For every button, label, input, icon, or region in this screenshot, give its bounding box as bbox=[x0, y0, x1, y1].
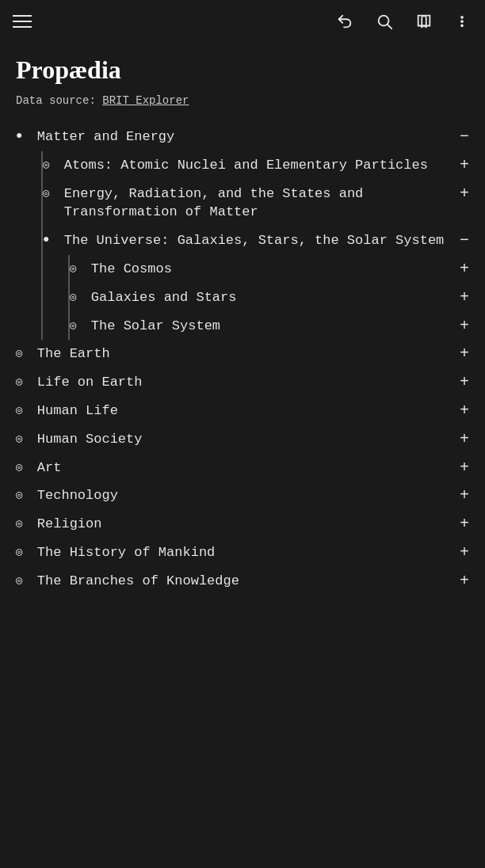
header-right bbox=[333, 10, 472, 33]
tree-item-technology: ◎ Technology + bbox=[16, 482, 469, 510]
back-icon bbox=[336, 13, 353, 30]
bullet-energy-radiation: ◎ bbox=[43, 186, 56, 200]
tree-item-atoms: ◎ Atoms: Atomic Nuclei and Elementary Pa… bbox=[43, 151, 469, 180]
back-button[interactable] bbox=[333, 10, 357, 33]
data-source-label: Data source: bbox=[16, 94, 96, 107]
tree: ● Matter and Energy − ◎ Atoms: Atomic Nu… bbox=[16, 123, 469, 596]
tree-row-history-mankind[interactable]: ◎ The History of Mankind + bbox=[16, 539, 469, 567]
toggle-matter-energy[interactable]: − bbox=[460, 129, 469, 145]
tree-row-human-life[interactable]: ◎ Human Life + bbox=[16, 397, 469, 425]
page-title: Propædia bbox=[16, 55, 469, 85]
bullet-galaxies-stars: ◎ bbox=[70, 290, 83, 303]
more-icon bbox=[455, 14, 469, 29]
tree-item-solar-system: ◎ The Solar System + bbox=[70, 312, 469, 341]
svg-point-2 bbox=[461, 17, 463, 18]
bullet-religion: ◎ bbox=[16, 516, 29, 530]
toggle-technology[interactable]: + bbox=[460, 488, 469, 504]
bullet-history-mankind: ◎ bbox=[16, 545, 29, 558]
toggle-energy-radiation[interactable]: + bbox=[460, 186, 469, 202]
toggle-solar-system[interactable]: + bbox=[460, 318, 469, 334]
subtree-universe: ◎ The Cosmos + ◎ Galaxie bbox=[68, 255, 469, 340]
label-technology: Technology bbox=[37, 486, 118, 505]
label-atoms: Atoms: Atomic Nuclei and Elementary Part… bbox=[64, 156, 428, 175]
tree-item-human-society: ◎ Human Society + bbox=[16, 425, 469, 454]
svg-point-4 bbox=[461, 25, 463, 26]
label-human-society: Human Society bbox=[37, 430, 143, 449]
tree-row-cosmos[interactable]: ◎ The Cosmos + bbox=[70, 255, 469, 284]
tree-item-human-life: ◎ Human Life + bbox=[16, 397, 469, 425]
label-solar-system: The Solar System bbox=[91, 317, 220, 336]
bullet-atoms: ◎ bbox=[43, 158, 56, 171]
bullet-universe: ● bbox=[43, 233, 56, 246]
label-art: Art bbox=[37, 459, 62, 478]
tree-item-religion: ◎ Religion + bbox=[16, 510, 469, 539]
toggle-galaxies-stars[interactable]: + bbox=[460, 290, 469, 306]
bullet-earth: ◎ bbox=[16, 346, 29, 360]
toggle-art[interactable]: + bbox=[460, 460, 469, 476]
tree-row-solar-system[interactable]: ◎ The Solar System + bbox=[70, 312, 469, 341]
tree-item-art: ◎ Art + bbox=[16, 454, 469, 482]
tree-row-matter-energy[interactable]: ● Matter and Energy − bbox=[16, 123, 469, 151]
bullet-technology: ◎ bbox=[16, 488, 29, 501]
tree-row-art[interactable]: ◎ Art + bbox=[16, 454, 469, 482]
tree-item-energy-radiation: ◎ Energy, Radiation, and the States and … bbox=[43, 180, 469, 227]
bullet-human-society: ◎ bbox=[16, 432, 29, 445]
toggle-life-on-earth[interactable]: + bbox=[460, 375, 469, 390]
tree-item-history-mankind: ◎ The History of Mankind + bbox=[16, 539, 469, 567]
toggle-cosmos[interactable]: + bbox=[460, 261, 469, 277]
tree-item-branches-knowledge: ◎ The Branches of Knowledge + bbox=[16, 567, 469, 596]
tree-row-religion[interactable]: ◎ Religion + bbox=[16, 510, 469, 539]
label-history-mankind: The History of Mankind bbox=[37, 543, 215, 562]
svg-point-3 bbox=[461, 21, 463, 22]
label-matter-energy: Matter and Energy bbox=[37, 128, 174, 147]
search-button[interactable] bbox=[372, 10, 396, 33]
label-earth: The Earth bbox=[37, 345, 110, 364]
toggle-atoms[interactable]: + bbox=[460, 158, 469, 173]
tree-item-life-on-earth: ◎ Life on Earth + bbox=[16, 368, 469, 397]
label-human-life: Human Life bbox=[37, 402, 118, 421]
bullet-life-on-earth: ◎ bbox=[16, 375, 29, 388]
tree-row-branches-knowledge[interactable]: ◎ The Branches of Knowledge + bbox=[16, 567, 469, 596]
bullet-branches-knowledge: ◎ bbox=[16, 573, 29, 587]
tree-item-matter-energy: ● Matter and Energy − ◎ Atoms: Atomic Nu… bbox=[16, 123, 469, 340]
more-button[interactable] bbox=[452, 11, 472, 32]
tree-row-life-on-earth[interactable]: ◎ Life on Earth + bbox=[16, 368, 469, 397]
tree-item-galaxies-stars: ◎ Galaxies and Stars + bbox=[70, 284, 469, 312]
bullet-matter-energy: ● bbox=[16, 129, 29, 142]
toggle-human-society[interactable]: + bbox=[460, 432, 469, 447]
header bbox=[0, 0, 485, 43]
subtree-matter-energy: ◎ Atoms: Atomic Nuclei and Elementary Pa… bbox=[41, 151, 469, 341]
label-life-on-earth: Life on Earth bbox=[37, 373, 143, 392]
content: Propædia Data source: BRIT Explorer ● Ma… bbox=[0, 43, 485, 608]
tree-row-earth[interactable]: ◎ The Earth + bbox=[16, 340, 469, 368]
tree-item-earth: ◎ The Earth + bbox=[16, 340, 469, 368]
tree-item-universe: ● The Universe: Galaxies, Stars, the Sol… bbox=[43, 227, 469, 340]
tree-row-universe[interactable]: ● The Universe: Galaxies, Stars, the Sol… bbox=[43, 227, 469, 255]
toggle-religion[interactable]: + bbox=[460, 516, 469, 532]
label-cosmos: The Cosmos bbox=[91, 260, 172, 279]
tree-row-atoms[interactable]: ◎ Atoms: Atomic Nuclei and Elementary Pa… bbox=[43, 151, 469, 180]
search-icon bbox=[376, 13, 393, 30]
menu-icon[interactable] bbox=[13, 15, 32, 28]
toggle-universe[interactable]: − bbox=[460, 233, 469, 249]
bullet-solar-system: ◎ bbox=[70, 318, 83, 332]
tree-row-energy-radiation[interactable]: ◎ Energy, Radiation, and the States and … bbox=[43, 180, 469, 227]
toggle-branches-knowledge[interactable]: + bbox=[460, 573, 469, 589]
tree-row-technology[interactable]: ◎ Technology + bbox=[16, 482, 469, 510]
toggle-human-life[interactable]: + bbox=[460, 403, 469, 419]
header-left bbox=[13, 15, 32, 28]
label-universe: The Universe: Galaxies, Stars, the Solar… bbox=[64, 231, 444, 250]
book-button[interactable] bbox=[412, 10, 436, 33]
data-source: Data source: BRIT Explorer bbox=[16, 94, 469, 107]
label-religion: Religion bbox=[37, 515, 102, 534]
toggle-earth[interactable]: + bbox=[460, 346, 469, 362]
book-icon bbox=[415, 13, 433, 30]
label-branches-knowledge: The Branches of Knowledge bbox=[37, 572, 239, 591]
svg-line-1 bbox=[388, 25, 391, 29]
tree-row-human-society[interactable]: ◎ Human Society + bbox=[16, 425, 469, 454]
data-source-link[interactable]: BRIT Explorer bbox=[102, 94, 189, 107]
tree-item-cosmos: ◎ The Cosmos + bbox=[70, 255, 469, 284]
toggle-history-mankind[interactable]: + bbox=[460, 545, 469, 561]
tree-row-galaxies-stars[interactable]: ◎ Galaxies and Stars + bbox=[70, 284, 469, 312]
bullet-cosmos: ◎ bbox=[70, 261, 83, 275]
